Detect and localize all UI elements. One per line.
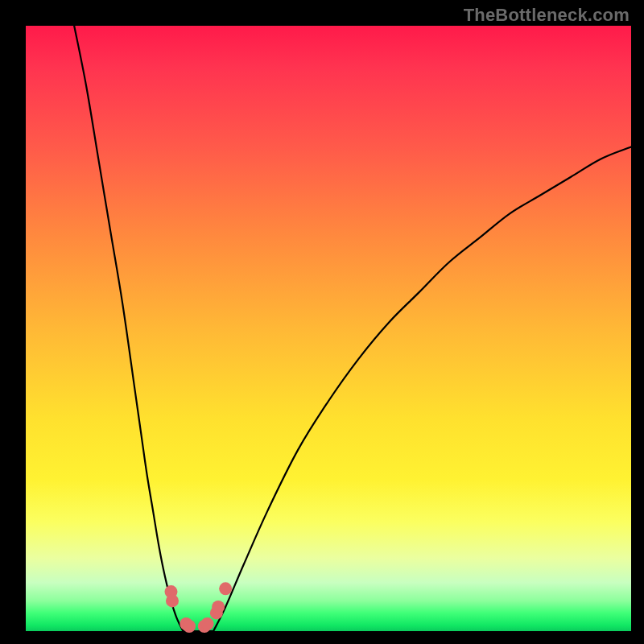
chart-frame: TheBottleneck.com: [0, 0, 644, 644]
data-marker: [166, 594, 179, 607]
bottleneck-curve: [74, 26, 631, 633]
data-marker: [212, 601, 225, 613]
chart-svg: [0, 0, 644, 644]
data-marker: [201, 617, 214, 630]
data-marker: [183, 620, 196, 633]
data-marker: [219, 582, 232, 595]
watermark-text: TheBottleneck.com: [464, 5, 630, 26]
